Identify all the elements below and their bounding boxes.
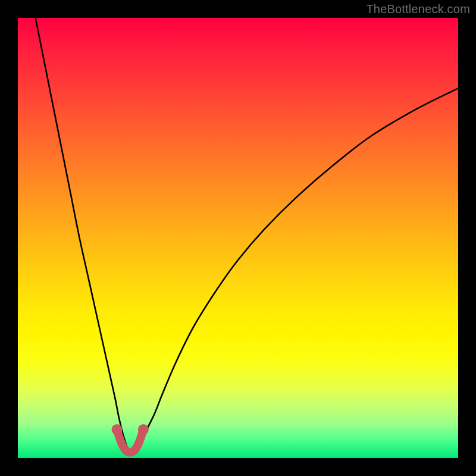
right-curve: [137, 88, 458, 449]
chart-frame: TheBottleneck.com: [0, 0, 476, 476]
marker-end-dot: [138, 424, 149, 435]
left-curve: [36, 18, 128, 449]
curve-layer: [18, 18, 458, 458]
watermark-text: TheBottleneck.com: [366, 2, 470, 16]
plot-area: [18, 18, 458, 458]
marker-end-dot: [112, 424, 123, 435]
bottom-marker-dots: [112, 424, 149, 435]
